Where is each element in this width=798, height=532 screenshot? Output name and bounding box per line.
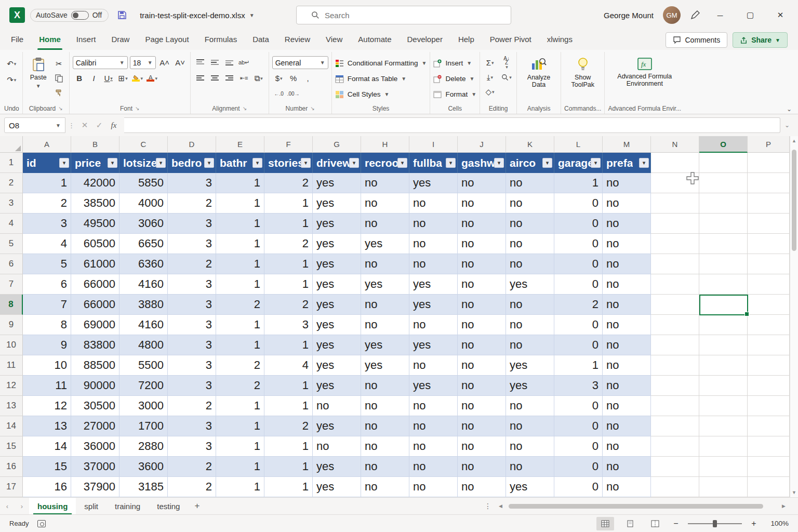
cell-H2[interactable]: no	[361, 173, 409, 193]
cell-D11[interactable]: 3	[168, 355, 216, 376]
cell-N16[interactable]	[651, 457, 699, 477]
cell-B4[interactable]: 49500	[71, 214, 119, 234]
cell-J16[interactable]: no	[458, 457, 506, 477]
cell-N3[interactable]	[651, 193, 699, 214]
filter-button-id[interactable]: ▾	[59, 158, 69, 168]
ribbon-tab-formulas[interactable]: Formulas	[197, 30, 245, 50]
cell-O2[interactable]	[699, 173, 748, 193]
column-header-A[interactable]: A	[23, 136, 71, 153]
cell-G14[interactable]: yes	[313, 416, 361, 436]
share-button[interactable]: Share ▼	[733, 32, 788, 48]
cell-H16[interactable]: no	[361, 457, 409, 477]
cell-D15[interactable]: 3	[168, 436, 216, 457]
cell-B2[interactable]: 42000	[71, 173, 119, 193]
cell-M14[interactable]: no	[603, 416, 651, 436]
clipboard-dialog-launcher-icon[interactable]: ↘	[58, 105, 62, 111]
cell-G16[interactable]: yes	[313, 457, 361, 477]
delete-cells-button[interactable]: Delete▼	[433, 72, 476, 86]
column-header-F[interactable]: F	[264, 136, 313, 153]
row-header-12[interactable]: 12	[0, 376, 23, 396]
cell-H10[interactable]: yes	[361, 335, 409, 355]
cell-P16[interactable]	[748, 457, 790, 477]
ribbon-tab-xlwings[interactable]: xlwings	[539, 30, 580, 50]
cell-J14[interactable]: no	[458, 416, 506, 436]
cell-D16[interactable]: 2	[168, 457, 216, 477]
cell-D3[interactable]: 2	[168, 193, 216, 214]
cell-L11[interactable]: 1	[554, 355, 603, 376]
zoom-in-button[interactable]: +	[749, 519, 759, 528]
name-box[interactable]: O8 ▼	[4, 117, 65, 133]
font-color-button[interactable]: A▾	[145, 72, 159, 85]
cell-C8[interactable]: 3880	[119, 295, 168, 315]
pen-mode-icon[interactable]	[690, 10, 700, 20]
underline-button[interactable]: U▾	[102, 72, 115, 85]
cell-K12[interactable]: yes	[506, 376, 554, 396]
scroll-right-icon[interactable]: ▶	[780, 503, 788, 509]
cell-O8[interactable]	[699, 295, 748, 315]
cell-H14[interactable]: no	[361, 416, 409, 436]
cell-N5[interactable]	[651, 234, 699, 254]
cell-L7[interactable]: 0	[554, 274, 603, 295]
cell-C15[interactable]: 2880	[119, 436, 168, 457]
cell-M13[interactable]: no	[603, 396, 651, 416]
cell-B10[interactable]: 83800	[71, 335, 119, 355]
row-header-1[interactable]: 1	[0, 153, 23, 173]
cell-E6[interactable]: 1	[216, 254, 264, 274]
cell-D17[interactable]: 2	[168, 477, 216, 497]
table-header-fullba[interactable]: fullba▾	[409, 153, 458, 173]
advanced-formula-environment-button[interactable]: fx Advanced FormulaEnvironment	[613, 54, 676, 89]
cell-M11[interactable]: no	[603, 355, 651, 376]
cell-A13[interactable]: 12	[23, 396, 71, 416]
filter-button-airco[interactable]: ▾	[542, 158, 552, 168]
cell-I10[interactable]: yes	[409, 335, 458, 355]
italic-button[interactable]: I	[87, 72, 101, 85]
cell-P2[interactable]	[748, 173, 790, 193]
formula-input[interactable]	[124, 117, 780, 133]
cell-B11[interactable]: 88500	[71, 355, 119, 376]
borders-button[interactable]: ⊞▾	[116, 72, 130, 85]
cell-J13[interactable]: no	[458, 396, 506, 416]
cell-L14[interactable]: 0	[554, 416, 603, 436]
cell-L12[interactable]: 3	[554, 376, 603, 396]
cell-N1[interactable]	[651, 153, 699, 173]
cell-C11[interactable]: 5500	[119, 355, 168, 376]
cell-A16[interactable]: 15	[23, 457, 71, 477]
scroll-up-icon[interactable]: ▲	[792, 136, 796, 145]
table-header-price[interactable]: price▾	[71, 153, 119, 173]
cell-O14[interactable]	[699, 416, 748, 436]
cell-E12[interactable]: 2	[216, 376, 264, 396]
row-header-10[interactable]: 10	[0, 335, 23, 355]
cell-P13[interactable]	[748, 396, 790, 416]
save-icon[interactable]	[117, 10, 127, 20]
filter-button-bathr[interactable]: ▾	[252, 158, 262, 168]
cell-A17[interactable]: 16	[23, 477, 71, 497]
new-sheet-button[interactable]: +	[188, 501, 206, 511]
cell-N15[interactable]	[651, 436, 699, 457]
ribbon-tab-power-pivot[interactable]: Power Pivot	[482, 30, 539, 50]
autosave-toggle[interactable]	[71, 11, 89, 20]
filter-button-fullba[interactable]: ▾	[446, 158, 456, 168]
cell-J15[interactable]: no	[458, 436, 506, 457]
cell-D14[interactable]: 3	[168, 416, 216, 436]
cell-F2[interactable]: 2	[264, 173, 313, 193]
table-header-id[interactable]: id▾	[23, 153, 71, 173]
cell-G5[interactable]: yes	[313, 234, 361, 254]
font-dialog-launcher-icon[interactable]: ↘	[135, 105, 139, 111]
cell-B17[interactable]: 37900	[71, 477, 119, 497]
cell-F9[interactable]: 3	[264, 315, 313, 335]
cell-M8[interactable]: no	[603, 295, 651, 315]
table-header-prefa[interactable]: prefa▾	[603, 153, 651, 173]
cell-I5[interactable]: no	[409, 234, 458, 254]
format-painter-button[interactable]	[52, 86, 66, 99]
cell-D13[interactable]: 2	[168, 396, 216, 416]
cell-P14[interactable]	[748, 416, 790, 436]
table-header-gashw[interactable]: gashw▾	[458, 153, 506, 173]
ribbon-tab-page-layout[interactable]: Page Layout	[137, 30, 196, 50]
cell-C13[interactable]: 3000	[119, 396, 168, 416]
analyze-data-button[interactable]: Analyze Data	[520, 54, 557, 90]
column-header-B[interactable]: B	[71, 136, 119, 153]
cell-G7[interactable]: yes	[313, 274, 361, 295]
cell-F11[interactable]: 4	[264, 355, 313, 376]
cell-I7[interactable]: yes	[409, 274, 458, 295]
cell-B6[interactable]: 61000	[71, 254, 119, 274]
